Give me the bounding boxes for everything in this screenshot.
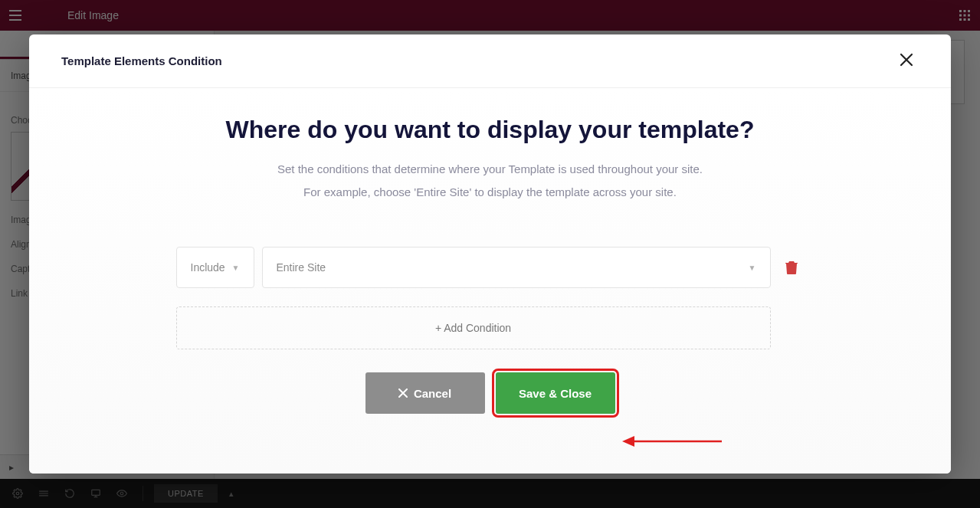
chevron-down-icon: ▼ <box>749 264 756 272</box>
modal-body: Where do you want to display your templa… <box>29 88 951 474</box>
conditions-container: Include ▼ Entire Site ▼ + Add Condition <box>176 247 805 349</box>
chevron-down-icon: ▼ <box>232 264 240 272</box>
select-value: Entire Site <box>277 261 326 274</box>
cancel-button[interactable]: Cancel <box>365 372 485 414</box>
select-value: Include <box>191 261 225 274</box>
display-conditions-modal: Template Elements Condition Where do you… <box>29 34 951 474</box>
close-icon <box>398 388 408 398</box>
delete-condition-button[interactable] <box>778 254 805 280</box>
modal-description-line: For example, choose 'Entire Site' to dis… <box>75 181 905 204</box>
condition-row: Include ▼ Entire Site ▼ <box>176 247 805 288</box>
condition-location-select[interactable]: Entire Site ▼ <box>262 247 771 288</box>
modal-footer: Cancel Save & Close <box>75 365 905 435</box>
include-exclude-select[interactable]: Include ▼ <box>176 247 254 288</box>
save-button-label: Save & Close <box>519 387 592 400</box>
save-close-button[interactable]: Save & Close <box>496 372 615 414</box>
modal-header: Template Elements Condition <box>29 34 951 88</box>
cancel-button-label: Cancel <box>414 387 451 400</box>
modal-title: Template Elements Condition <box>61 54 222 67</box>
close-icon[interactable] <box>894 49 919 74</box>
trash-icon <box>785 261 798 274</box>
add-condition-button[interactable]: + Add Condition <box>176 306 771 349</box>
modal-heading: Where do you want to display your templa… <box>75 116 905 144</box>
modal-description-line: Set the conditions that determine where … <box>75 158 905 181</box>
add-condition-row: + Add Condition <box>176 303 805 349</box>
